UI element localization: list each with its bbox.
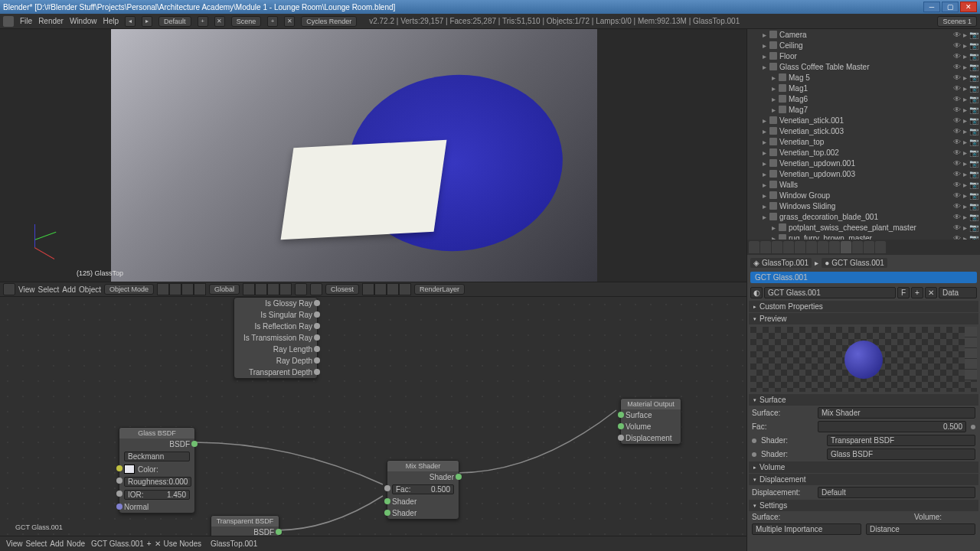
maximize-button[interactable]: ▢: [942, 2, 959, 12]
distribution-select[interactable]: Beckmann: [124, 452, 190, 461]
snap-toggle[interactable]: [310, 283, 322, 295]
panel-displacement[interactable]: Displacement: [749, 474, 978, 485]
editor-type-icon[interactable]: [3, 283, 15, 295]
mat-browse-icon[interactable]: ◐: [750, 287, 763, 298]
color-swatch[interactable]: [124, 465, 135, 474]
pv-sphere[interactable]: [965, 337, 977, 348]
shade-3[interactable]: [181, 283, 194, 295]
outliner[interactable]: ▸Camera👁▸📷▸Ceiling👁▸📷▸Floor👁▸📷▸Glass Cof…: [747, 29, 980, 240]
tab-texture[interactable]: [852, 241, 863, 253]
v3d-object[interactable]: Object: [79, 285, 101, 294]
outliner-item[interactable]: ▸Window Group👁▸📷: [747, 190, 980, 201]
manip-4[interactable]: [279, 283, 292, 295]
back-button[interactable]: ◂: [125, 16, 136, 27]
outliner-item[interactable]: ▸Venetian_updown.001👁▸📷: [747, 158, 980, 168]
scene-del[interactable]: ✕: [284, 16, 295, 27]
scene-add[interactable]: +: [267, 16, 278, 27]
v3d-add[interactable]: Add: [62, 285, 76, 294]
mat-del[interactable]: ✕: [155, 540, 161, 548]
minimize-button[interactable]: ─: [923, 2, 940, 12]
outliner-item[interactable]: ▸Venetian_top.002👁▸📷: [747, 147, 980, 158]
fac-value[interactable]: 0.500: [818, 421, 966, 432]
screen-layout[interactable]: Default: [158, 16, 191, 27]
tab-material[interactable]: [841, 241, 851, 253]
mat-fake[interactable]: F: [897, 287, 910, 298]
shader1-select[interactable]: Transparent BSDF: [827, 435, 975, 446]
tab-physics[interactable]: [875, 241, 886, 253]
link-dot[interactable]: [971, 425, 975, 429]
misc-c[interactable]: [387, 283, 399, 295]
render-engine[interactable]: Cycles Render: [301, 16, 357, 27]
node-mix-shader[interactable]: Mix Shader Shader Fac:0.500 Shader Shade…: [387, 460, 459, 520]
mat-new[interactable]: +: [911, 287, 923, 298]
panel-custom-props[interactable]: Custom Properties: [749, 301, 978, 312]
outliner-item[interactable]: ▸Walls👁▸📷: [747, 179, 980, 190]
tab-constraint[interactable]: [806, 241, 817, 253]
node-layer[interactable]: GlassTop.001: [211, 540, 257, 548]
outliner-item[interactable]: ▸Mag1👁▸📷: [747, 83, 980, 93]
manip-2[interactable]: [255, 283, 267, 295]
misc-d[interactable]: [399, 283, 411, 295]
outliner-item[interactable]: ▸grass_decoration_blade_001👁▸📷: [747, 211, 980, 222]
node-transparent-bsdf[interactable]: Transparent BSDF BSDF: [211, 515, 279, 536]
outliner-item[interactable]: ▸Ceiling👁▸📷: [747, 40, 980, 51]
renderlayer-select[interactable]: RenderLayer: [414, 284, 465, 295]
shade-1[interactable]: [157, 283, 169, 295]
panel-surface[interactable]: Surface: [749, 394, 978, 406]
multi-imp-toggle[interactable]: Multiple Importance: [752, 523, 861, 535]
node-lightpath[interactable]: Is Glossy Ray Is Singular Ray Is Reflect…: [234, 297, 318, 379]
link-select[interactable]: Data: [939, 287, 977, 298]
tab-render[interactable]: [749, 241, 760, 253]
menu-window[interactable]: Window: [70, 17, 97, 25]
panel-volume[interactable]: Volume: [749, 461, 978, 473]
outliner-item[interactable]: ▸Venetian_top👁▸📷: [747, 136, 980, 147]
roughness-field[interactable]: Roughness:0.000: [124, 477, 191, 487]
outliner-item[interactable]: ▸Mag6👁▸📷: [747, 93, 980, 104]
outliner-item[interactable]: ▸Floor👁▸📷: [747, 51, 980, 61]
outliner-item[interactable]: ▸Glass Coffee Table Master👁▸📷: [747, 61, 980, 72]
layers-btn[interactable]: [295, 283, 307, 295]
snap-select[interactable]: Closest: [325, 284, 359, 295]
material-select[interactable]: GCT Glass.001: [91, 540, 144, 548]
mat-unlink[interactable]: ✕: [925, 287, 937, 298]
node-glass-bsdf[interactable]: Glass BSDF BSDF Beckmann Color: Roughnes…: [119, 427, 195, 514]
outliner-item[interactable]: ▸Windows Sliding👁▸📷: [747, 201, 980, 211]
shade-4[interactable]: [194, 283, 206, 295]
v3d-select[interactable]: Select: [38, 285, 60, 294]
menu-render[interactable]: Render: [38, 17, 64, 25]
use-nodes-toggle[interactable]: Use Nodes: [164, 540, 201, 548]
ior-field[interactable]: IOR:1.450: [124, 490, 190, 500]
layout-add[interactable]: +: [198, 16, 208, 27]
outliner-item[interactable]: ▸rug_furry_brown_master👁▸📷: [747, 233, 980, 240]
nh-node[interactable]: Node: [67, 540, 85, 548]
nh-select[interactable]: Select: [26, 540, 47, 548]
link-dot[interactable]: [752, 452, 756, 457]
link-dot[interactable]: [752, 439, 756, 443]
3d-viewport[interactable]: (125) GlassTop: [0, 29, 746, 282]
v3d-view[interactable]: View: [18, 285, 35, 294]
bc-object[interactable]: ◈ GlassTop.001: [750, 258, 812, 268]
layout-del[interactable]: ✕: [214, 16, 225, 27]
tab-modifier[interactable]: [818, 241, 828, 253]
material-name-field[interactable]: GCT Glass.001: [764, 287, 896, 298]
orient-select[interactable]: Global: [209, 284, 240, 295]
pv-monkey[interactable]: [965, 359, 977, 370]
outliner-item[interactable]: ▸Camera👁▸📷: [747, 29, 980, 40]
fwd-button[interactable]: ▸: [142, 16, 152, 27]
menu-file[interactable]: File: [20, 17, 32, 25]
shader2-select[interactable]: Glass BSDF: [827, 448, 975, 460]
disp-select[interactable]: Default: [818, 487, 975, 498]
manip-1[interactable]: [243, 283, 255, 295]
pv-flat[interactable]: [965, 327, 977, 337]
outliner-item[interactable]: ▸Venetian_stick.001👁▸📷: [747, 115, 980, 126]
shade-2[interactable]: [169, 283, 181, 295]
mode-select[interactable]: Object Mode: [104, 284, 154, 295]
misc-b[interactable]: [374, 283, 387, 295]
node-material-output[interactable]: Material Output Surface Volume Displacem…: [620, 398, 681, 445]
node-editor[interactable]: Is Glossy Ray Is Singular Ray Is Reflect…: [0, 297, 746, 536]
bc-material[interactable]: ● GCT Glass.001: [822, 258, 887, 268]
panel-preview[interactable]: Preview: [749, 313, 978, 324]
outliner-item[interactable]: ▸Mag 5👁▸📷: [747, 72, 980, 83]
tab-world[interactable]: [783, 241, 794, 253]
pv-cube[interactable]: [965, 348, 977, 359]
